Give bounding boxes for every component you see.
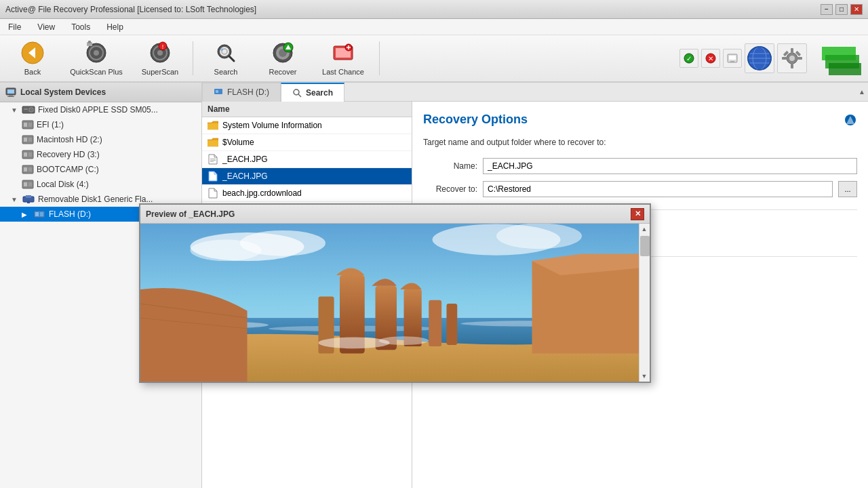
svg-rect-87: [210, 161, 214, 162]
superscan-icon: !: [148, 41, 172, 65]
file-name-each-1: _EACH.JPG: [222, 155, 268, 164]
tree-item-bootcamp[interactable]: BOOTCAMP (C:): [0, 162, 201, 177]
tree-item-efi[interactable]: EFI (1:): [0, 117, 201, 132]
svg-point-9: [157, 50, 163, 56]
svg-point-13: [220, 47, 229, 56]
recover-icon: [271, 41, 295, 65]
recovery-hd-label: Recovery HD (3:): [37, 150, 100, 159]
close-button[interactable]: ✕: [850, 4, 863, 15]
file-icon-3: [208, 188, 218, 199]
menu-help[interactable]: Help: [104, 21, 126, 33]
tree-item-macintosh-hd[interactable]: Macintosh HD (2:): [0, 132, 201, 147]
tab-search[interactable]: Search: [281, 83, 344, 102]
svg-rect-53: [7, 96, 14, 97]
expand-arrow-2: ▼: [11, 196, 19, 203]
scroll-thumb[interactable]: [640, 236, 650, 256]
recover-button[interactable]: Recover: [256, 38, 310, 79]
partition-icon-4: [22, 164, 34, 175]
preview-content: ▲ ▼: [140, 224, 650, 382]
file-name-sysvolinfo: System Volume Information: [222, 121, 322, 130]
svg-rect-41: [791, 48, 793, 54]
svg-line-15: [229, 56, 234, 61]
minimize-button[interactable]: −: [821, 4, 833, 15]
tree-item-fixed-disk[interactable]: ▼ Fixed Disk0 APPLE SSD SM05...: [0, 102, 201, 117]
svg-rect-71: [24, 182, 27, 186]
svg-text:✓: ✓: [686, 55, 692, 62]
menu-view[interactable]: View: [35, 21, 58, 33]
scroll-down[interactable]: ▼: [639, 371, 649, 382]
separator-1: [193, 41, 193, 75]
quickscan-button[interactable]: QuickScan Plus: [62, 38, 130, 79]
file-item-each-1[interactable]: _EACH.JPG: [202, 151, 412, 168]
recovery-header: Recovery Options: [423, 113, 857, 127]
back-icon: [20, 41, 45, 65]
recovery-options-icon: [844, 113, 857, 127]
logo-area: [815, 40, 863, 77]
menu-file[interactable]: File: [5, 21, 24, 33]
svg-point-40: [789, 56, 795, 61]
partition-icon-5: [22, 179, 34, 190]
toolbar-icon-1[interactable]: ✓: [679, 49, 698, 68]
preview-title: Preview of _EACH.JPG: [146, 209, 235, 219]
toolbar-icon-3[interactable]: [723, 49, 742, 68]
file-item-volume[interactable]: $Volume: [202, 134, 412, 151]
expand-arrow: ▼: [11, 106, 19, 114]
name-input[interactable]: [483, 158, 857, 174]
coastal-image: [140, 224, 639, 382]
tree-item-local-disk[interactable]: Local Disk (4:): [0, 177, 201, 192]
svg-rect-111: [429, 300, 441, 346]
globe-icon[interactable]: [745, 43, 774, 73]
svg-text:✕: ✕: [708, 55, 713, 62]
file-icon-2: [208, 171, 218, 182]
svg-point-4: [94, 50, 99, 56]
preview-close-button[interactable]: ✕: [631, 208, 644, 220]
svg-rect-85: [210, 159, 216, 159]
svg-rect-63: [28, 138, 32, 142]
bootcamp-label: BOOTCAMP (C:): [37, 165, 99, 174]
svg-rect-42: [791, 63, 793, 68]
lastchance-button[interactable]: Last Chance: [313, 38, 374, 79]
fixed-disk-label: Fixed Disk0 APPLE SSD SM05...: [38, 105, 158, 115]
toolbar-icon-2[interactable]: ✕: [701, 49, 720, 68]
file-item-beach[interactable]: beach.jpg.crdownload: [202, 185, 412, 202]
maximize-button[interactable]: □: [835, 4, 848, 15]
svg-rect-44: [797, 57, 802, 60]
preview-panel: Preview of _EACH.JPG ✕: [139, 203, 651, 383]
scroll-up[interactable]: ▲: [639, 224, 649, 235]
recover-to-row: Recover to: ...: [423, 181, 857, 197]
recover-to-label: Recover to:: [423, 184, 477, 194]
svg-point-116: [379, 336, 429, 345]
quickscan-icon: [84, 41, 108, 65]
svg-rect-80: [216, 90, 218, 93]
tab-flash[interactable]: FLASH (D:): [202, 83, 281, 102]
quickscan-label: QuickScan Plus: [70, 68, 123, 76]
svg-rect-51: [7, 89, 14, 94]
search-label: Search: [214, 68, 238, 76]
file-item-sysvolinfo[interactable]: System Volume Information: [202, 117, 412, 134]
search-button[interactable]: Search: [199, 38, 253, 79]
svg-rect-84: [208, 140, 218, 146]
svg-marker-49: [829, 63, 861, 75]
menu-tools[interactable]: Tools: [68, 21, 93, 33]
removable-label: Removable Disk1 Generic Fla...: [38, 195, 153, 204]
tab-flash-icon: [214, 87, 223, 97]
title-bar-text: Active@ File Recovery Professional [Lice…: [5, 5, 821, 14]
flash-label: FLASH (D:): [49, 209, 91, 219]
svg-rect-43: [782, 57, 787, 60]
preview-scrollbar[interactable]: ▲ ▼: [639, 224, 650, 382]
file-item-each-2[interactable]: _EACH.JPG: [202, 168, 412, 185]
gear-icon[interactable]: [777, 43, 807, 73]
folder-icon-1: [208, 120, 218, 131]
partition-icon: [22, 119, 34, 130]
svg-rect-62: [24, 138, 27, 142]
superscan-button[interactable]: ! SuperScan: [133, 38, 187, 79]
recover-to-input[interactable]: [483, 181, 833, 197]
flash-icon: [33, 209, 46, 220]
tab-search-label: Search: [306, 88, 333, 98]
local-disk-label: Local Disk (4:): [37, 180, 89, 189]
tree-item-recovery-hd[interactable]: Recovery HD (3:): [0, 147, 201, 162]
browse-button[interactable]: ...: [838, 181, 857, 197]
back-label: Back: [24, 68, 41, 76]
back-button[interactable]: Back: [5, 38, 60, 79]
svg-point-102: [496, 224, 582, 249]
